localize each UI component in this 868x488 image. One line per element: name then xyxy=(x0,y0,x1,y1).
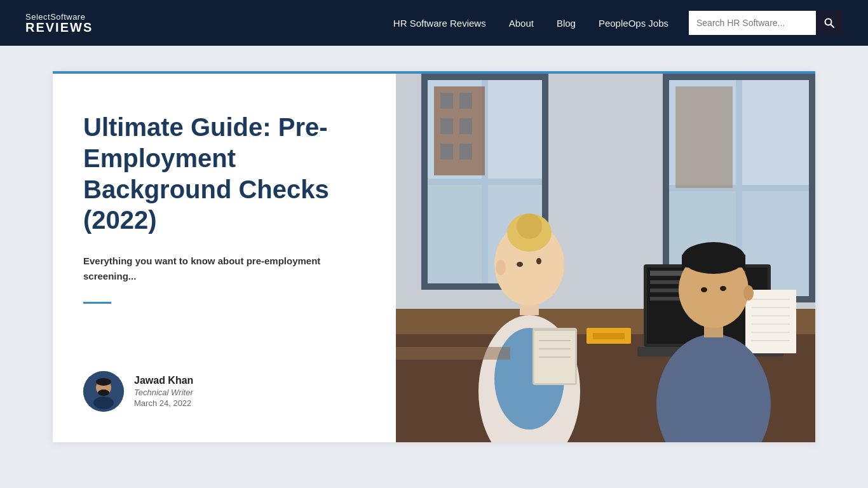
svg-line-1 xyxy=(831,25,834,28)
search-icon xyxy=(824,18,834,28)
logo-top-text: SelectSoftware xyxy=(25,13,93,21)
author-avatar xyxy=(83,371,124,412)
svg-rect-65 xyxy=(682,255,745,268)
svg-point-5 xyxy=(96,378,111,386)
article-title: Ultimate Guide: Pre-Employment Backgroun… xyxy=(83,112,365,236)
svg-rect-15 xyxy=(440,93,453,109)
nav-blog[interactable]: Blog xyxy=(557,18,576,29)
author-info: Jawad Khan Technical Writer March 24, 20… xyxy=(134,375,193,408)
svg-rect-12 xyxy=(428,185,482,283)
svg-rect-11 xyxy=(488,80,542,179)
svg-rect-45 xyxy=(593,333,625,339)
divider-line xyxy=(83,302,111,304)
svg-point-52 xyxy=(496,260,506,275)
search-container xyxy=(689,11,843,35)
svg-point-3 xyxy=(93,396,114,409)
svg-rect-19 xyxy=(440,144,453,159)
author-area: Jawad Khan Technical Writer March 24, 20… xyxy=(83,371,365,412)
svg-point-67 xyxy=(701,287,707,292)
svg-point-68 xyxy=(720,286,726,291)
svg-point-54 xyxy=(536,258,541,264)
nav-about[interactable]: About xyxy=(509,18,534,29)
avatar-svg xyxy=(83,371,124,412)
article-card: Ultimate Guide: Pre-Employment Backgroun… xyxy=(53,71,815,442)
svg-rect-18 xyxy=(459,118,472,134)
main-nav: HR Software Reviews About Blog PeopleOps… xyxy=(393,18,668,29)
svg-rect-27 xyxy=(675,86,733,188)
site-header: SelectSoftware REVIEWS HR Software Revie… xyxy=(0,0,868,46)
article-excerpt: Everything you want to know about pre-em… xyxy=(83,254,365,284)
svg-rect-17 xyxy=(440,118,453,134)
svg-rect-16 xyxy=(459,93,472,109)
office-scene-svg xyxy=(396,74,815,442)
page-background: Ultimate Guide: Pre-Employment Backgroun… xyxy=(0,53,868,488)
author-name: Jawad Khan xyxy=(134,375,193,386)
svg-point-51 xyxy=(517,214,542,239)
search-input[interactable] xyxy=(689,11,816,35)
svg-rect-24 xyxy=(742,80,809,185)
nav-peopleops-jobs[interactable]: PeopleOps Jobs xyxy=(599,18,668,29)
accent-bar xyxy=(0,46,868,53)
svg-point-66 xyxy=(743,285,754,301)
svg-rect-69 xyxy=(396,347,510,360)
author-date: March 24, 2022 xyxy=(134,398,193,408)
search-button[interactable] xyxy=(816,11,843,35)
article-hero-image xyxy=(396,74,815,442)
logo-bottom-text: REVIEWS xyxy=(25,21,93,34)
svg-point-6 xyxy=(98,390,109,396)
site-logo[interactable]: SelectSoftware REVIEWS xyxy=(25,13,93,34)
nav-hr-software[interactable]: HR Software Reviews xyxy=(393,18,486,29)
author-role: Technical Writer xyxy=(134,388,193,397)
svg-point-53 xyxy=(517,262,523,267)
article-left-panel: Ultimate Guide: Pre-Employment Backgroun… xyxy=(53,74,396,442)
svg-rect-20 xyxy=(459,144,472,159)
